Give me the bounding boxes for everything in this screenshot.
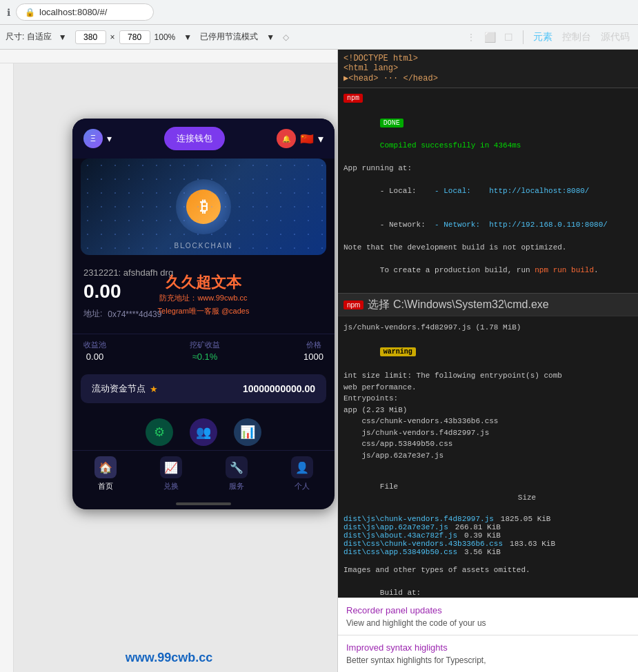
eth-selector[interactable]: Ξ ▾ [83, 129, 112, 148]
toolbar-icons: ⋮ ⬜ ☐ [463, 29, 516, 45]
liquidity-value: 10000000000.00 [243, 383, 315, 394]
file-row-2: dist\js\app.62a7e3e7.js 266.81 KiB [343, 523, 632, 531]
ruler-vertical [0, 63, 14, 672]
devtools-toolbar: 尺寸: 自适应 ▼ × 100% ▼ 已停用节流模式 ▼ ◇ ⋮ ⬜ ☐ 元素 … [0, 25, 638, 50]
warn-badge: warning [380, 347, 416, 356]
account-info: 2312221: afshdafh drg 0.00 地址: 0x74****4… [72, 262, 335, 334]
nav-home[interactable]: 🏠 首页 [94, 456, 117, 491]
home-icon: 🏠 [94, 456, 117, 478]
nav-exchange[interactable]: 📈 兑换 [160, 456, 182, 491]
zoom-dropdown[interactable]: ▼ [179, 31, 196, 43]
dock-button[interactable]: ⬜ [481, 29, 499, 45]
cmd-badge: npm [343, 301, 363, 309]
terminal-npm-header: npm [343, 94, 632, 103]
file-size-2: 266.81 KiB [455, 523, 501, 531]
mining-label: 挖矿收益 [190, 340, 220, 350]
url-bar[interactable]: 🔒 localhost:8080/#/ [16, 3, 154, 21]
images-note: Images and other types of assets omitted… [343, 564, 632, 576]
banner-background [81, 159, 326, 255]
file-row-4: dist\css\chunk-vendors.43b336b6.css 183.… [343, 540, 632, 548]
action-icon-3[interactable]: 📊 [234, 418, 261, 446]
recorder-description: View and highlight the code of your us [346, 618, 630, 628]
pool-label: 收益池 [83, 340, 106, 350]
mode-dropdown[interactable]: ▼ [262, 31, 279, 43]
balance: 0.00 [83, 281, 323, 303]
height-input[interactable] [119, 30, 150, 44]
file-name-5: dist\css\app.53849b50.css [343, 548, 457, 556]
app-size: app (2.23 MiB) [343, 405, 632, 416]
nav-service[interactable]: 🔧 服务 [226, 456, 248, 491]
action-icons: ⚙ 👥 📊 [72, 410, 335, 450]
x-separator: × [110, 32, 115, 42]
address-row: 地址: 0x74****4d439 [83, 308, 323, 320]
phone-navigation: 🏠 首页 📈 兑换 🔧 服务 👤 个人 [72, 450, 335, 498]
action-icon-2[interactable]: 👥 [190, 418, 217, 446]
profile-icon: 👤 [291, 456, 313, 478]
pool-stat: 收益池 0.00 [83, 340, 106, 362]
warn-text-1: int size limit: The following entrypoint… [343, 370, 632, 382]
stats-row: 收益池 0.00 挖矿收益 ≈0.1% 价格 1000 [72, 334, 335, 367]
price-value: 1000 [303, 352, 323, 362]
css-chunk: css/chunk-vendors.43b336b6.css [343, 416, 632, 427]
cmd-title: 选择 C:\Windows\System32\cmd.exe [368, 296, 548, 313]
nav-profile[interactable]: 👤 个人 [291, 456, 313, 491]
recorder-panel: Recorder panel updates View and highligh… [338, 598, 638, 635]
js-chunk: js/chunk-vendors.f4d82997.js [343, 427, 632, 439]
head-tag-line: ▶<head> ··· </head> [343, 73, 632, 83]
more-button[interactable]: ⋮ [463, 29, 479, 45]
connect-wallet-button[interactable]: 连接钱包 [164, 127, 225, 150]
compiled-line: DONE Compiled successfully in 4364ms [343, 105, 632, 163]
improved-panel: Improved syntax higlights Better syntax … [338, 635, 638, 672]
compiled-success: Compiled successfully in 4364ms [380, 141, 521, 150]
file-name-3: dist\js\about.43ac782f.js [343, 531, 457, 540]
pool-value: 0.00 [83, 352, 106, 362]
file-size-1: 1825.05 KiB [501, 515, 551, 523]
avatar: 🔔 [277, 129, 296, 148]
action-icon-1[interactable]: ⚙ [146, 418, 173, 446]
network-line: - Network: - Network: http://192.168.0.1… [343, 208, 632, 243]
address-value: 0x74****4d439 [108, 309, 161, 319]
phone-header: Ξ ▾ 连接钱包 🔔 🇨🇳 ▾ [72, 119, 335, 159]
cmd-header: npm 选择 C:\Windows\System32\cmd.exe [338, 293, 638, 316]
done-badge-1: DONE [380, 119, 403, 128]
main-content: Ξ ▾ 连接钱包 🔔 🇨🇳 ▾ ₿ BLOCKCHAIN [0, 50, 638, 672]
compiled-text [380, 130, 385, 138]
console-tab-btn[interactable]: 控制台 [559, 28, 594, 46]
improved-title: Improved syntax higlights [346, 642, 630, 653]
file-name-2: dist\js\app.62a7e3e7.js [343, 523, 448, 531]
file-size-5: 3.56 KiB [464, 548, 501, 556]
elements-tab-btn[interactable]: 元素 [530, 28, 555, 46]
local-line: - Local: - Local: http://localhost:8080/ [343, 174, 632, 208]
file-size-3: 0.39 KiB [464, 531, 501, 540]
size-controls: 尺寸: 自适应 ▼ [6, 31, 71, 43]
account-id: 2312221: afshdafh drg [83, 267, 323, 278]
url-text: localhost:8080/#/ [39, 7, 107, 17]
banner-label: BLOCKCHAIN [174, 242, 232, 250]
mode-label: 已停用节流模式 [200, 31, 258, 43]
file-header: File Size [343, 469, 632, 515]
elements-panel: <!DOCTYPE html> <html lang> ▶<head> ··· … [338, 50, 638, 88]
terminal-cmd: js/chunk-vendors.f4d82997.js (1.78 MiB) … [338, 316, 638, 598]
nav-profile-label: 个人 [295, 481, 310, 491]
css-app: css/app.53849b50.css [343, 438, 632, 450]
liquidity-label: 流动资金节点 ★ [92, 383, 158, 395]
html-tag-line: <html lang> [343, 63, 632, 73]
sources-tab-btn[interactable]: 源代码 [598, 28, 632, 46]
nav-service-label: 服务 [229, 481, 244, 491]
width-input[interactable] [75, 30, 106, 44]
size-dropdown[interactable]: ▼ [54, 31, 71, 43]
ruler-horizontal [0, 50, 337, 63]
phone-bottom [72, 498, 335, 509]
js-app: js/app.62a7e3e7.js [343, 450, 632, 462]
mining-stat: 挖矿收益 ≈0.1% [190, 340, 220, 362]
chunk-vendors-line: js/chunk-vendors.f4d82997.js (1.78 MiB) [343, 322, 632, 334]
warning-line: warning [343, 335, 632, 369]
chevron-down-icon: ▾ [107, 133, 112, 144]
browser-bar: ℹ 🔒 localhost:8080/#/ [0, 0, 638, 25]
inspect-button[interactable]: ☐ [501, 29, 516, 45]
phone-banner: ₿ BLOCKCHAIN [81, 159, 326, 255]
improved-description: Better syntax highlights for Typescript, [346, 655, 630, 665]
build-line: To create a production build, run npm ru… [343, 254, 632, 288]
nav-exchange-label: 兑换 [163, 481, 179, 491]
flag-dropdown[interactable]: ▾ [318, 132, 323, 145]
